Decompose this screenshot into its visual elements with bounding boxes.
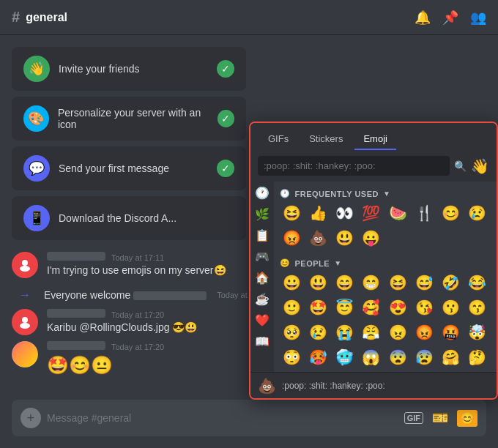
sidebar-home-icon[interactable]: 🏠 [255,271,270,285]
svg-point-1 [20,266,30,272]
members-icon[interactable]: 👥 [470,10,486,26]
wave-emoji-icon[interactable]: 👋 [471,157,489,175]
emoji-cell[interactable]: 😢 [306,321,330,344]
emoji-cell[interactable]: 😳 [280,346,303,369]
emoji-cell[interactable]: 💯 [360,201,383,225]
emoji-cell[interactable]: 🌯 [439,370,463,372]
emoji-cell[interactable]: 😭 [333,321,357,344]
emoji-cell[interactable]: 🍔 [466,370,489,372]
emoji-cell[interactable]: 😡 [280,226,303,250]
emoji-cell[interactable]: 😤 [360,321,383,344]
message-input-bar: + Message #general GIF 🎫 😊 [12,400,486,436]
people-icon: 😊 [280,258,291,268]
emoji-footer-text: :poop: :shit: :hankey: :poo: [282,381,385,391]
emoji-search-input[interactable] [258,156,450,176]
username-blur-1 [47,252,105,261]
checklist-item-download[interactable]: 📱 Download the Discord A... [12,196,246,240]
emoji-cell[interactable]: 🥺 [280,321,303,344]
emoji-cell[interactable]: 😀 [280,271,303,294]
section-people[interactable]: 😊 PEOPLE ▼ [280,255,491,271]
bell-icon[interactable]: 🔔 [415,10,431,26]
emoji-cell[interactable]: 😨 [386,346,409,369]
emoji-cell[interactable]: 😰 [412,346,436,369]
gif-button[interactable]: GIF [404,412,423,424]
emoji-cell[interactable]: 🥸 [360,370,383,372]
emoji-cell[interactable]: 😡 [412,321,436,344]
emoji-cell[interactable]: 🧐 [280,370,303,372]
emoji-cell[interactable]: 🥰 [360,296,383,319]
emoji-cell[interactable]: 😃 [333,226,357,250]
checklist-item-first-message[interactable]: 💬 Send your first message ✓ [12,146,246,190]
sticker-button[interactable]: 🎫 [432,410,448,426]
emoji-cell[interactable]: 👀 [333,201,357,225]
username-blur-4 [47,341,105,350]
emoji-cell[interactable]: 🤓 [333,370,357,372]
search-icon: 🔍 [454,160,467,172]
main-content: 👋 Invite your friends ✓ 🎨 Personalize yo… [0,35,498,448]
add-attachment-button[interactable]: + [21,408,41,428]
sidebar-leaf-icon[interactable]: 🌿 [255,207,270,221]
sidebar-game-icon[interactable]: 🎮 [255,250,270,264]
sidebar-heart-icon[interactable]: ❤️ [255,313,270,327]
emoji-cell[interactable]: 😎 [306,370,330,372]
emoji-cell[interactable]: 😅 [412,271,436,294]
message-placeholder[interactable]: Message #general [47,412,398,424]
emoji-cell[interactable]: 😢 [466,201,489,225]
emoji-cell[interactable]: 🙂 [280,296,303,319]
emoji-cell[interactable]: 😘 [412,296,436,319]
tab-stickers[interactable]: Stickers [300,129,352,150]
emoji-cell[interactable]: 😇 [333,296,357,319]
emoji-button[interactable]: 😊 [457,410,477,427]
timestamp-4: Today at 17:20 [111,343,164,351]
emoji-cell[interactable]: 😃 [306,271,330,294]
blur-name [133,291,207,300]
pin-icon[interactable]: 📌 [442,10,458,26]
sidebar-clock-icon[interactable]: 🕐 [255,186,270,200]
sidebar-clipboard-icon[interactable]: 📋 [255,228,270,242]
emoji-cell[interactable]: 😁 [360,271,383,294]
emoji-cell[interactable]: 😊 [439,201,463,225]
svg-point-2 [22,317,28,323]
emoji-cell[interactable]: 🍴 [412,201,436,225]
emoji-cell[interactable]: 😗 [439,296,463,319]
tab-emoji[interactable]: Emoji [354,129,396,150]
username-blur-3 [47,309,105,318]
first-message-text: Send your first message [59,163,169,174]
section-frequently-used[interactable]: 🕐 FREQUENTLY USED ▼ [280,186,491,201]
emoji-cell[interactable]: 🤩 [306,296,330,319]
emoji-cell[interactable]: 😄 [333,271,357,294]
header-left: # general [12,9,67,26]
checklist-item-personalize[interactable]: 🎨 Personalize your server with an icon ✓ [12,97,246,141]
avatar-1 [12,252,38,278]
emoji-cell[interactable]: 👍 [306,201,330,225]
emoji-cell[interactable]: 😙 [466,296,489,319]
sidebar-coffee-icon[interactable]: ☕ [255,292,270,306]
emoji-cell[interactable]: 😠 [386,321,409,344]
emoji-cell[interactable]: 😱 [360,346,383,369]
emoji-cell[interactable]: 🍕 [386,370,409,372]
emoji-cell[interactable]: 💩 [306,226,330,250]
personalize-check: ✓ [218,110,234,127]
emoji-cell[interactable]: 😍 [386,296,409,319]
emoji-cell[interactable]: 😂 [466,271,489,294]
svg-point-0 [22,260,28,266]
emoji-cell[interactable]: 😆 [386,271,409,294]
emoji-sidebar-strip: 🕐 🌿 📋 🎮 🏠 ☕ ❤️ 📖 [250,182,274,372]
timestamp-3: Today at 17:20 [111,310,164,319]
channel-hash-icon: # [12,9,20,26]
emoji-cell[interactable]: 🌮 [412,370,436,372]
emoji-cell[interactable]: 🤗 [439,346,463,369]
channel-name: general [26,11,67,24]
checklist-item-invite[interactable]: 👋 Invite your friends ✓ [12,47,246,91]
emoji-cell[interactable]: 🍉 [386,201,409,225]
emoji-cell[interactable]: 🥶 [333,346,357,369]
sidebar-book-icon[interactable]: 📖 [255,335,270,348]
tab-gifs[interactable]: GIFs [259,129,297,150]
emoji-cell[interactable]: 🤬 [439,321,463,344]
emoji-cell[interactable]: 🥵 [306,346,330,369]
emoji-cell[interactable]: 🤣 [439,271,463,294]
emoji-cell[interactable]: 😛 [360,226,383,250]
emoji-cell[interactable]: 🤔 [466,346,489,369]
emoji-cell[interactable]: 😆 [280,201,303,225]
emoji-cell[interactable]: 🤯 [466,321,489,344]
